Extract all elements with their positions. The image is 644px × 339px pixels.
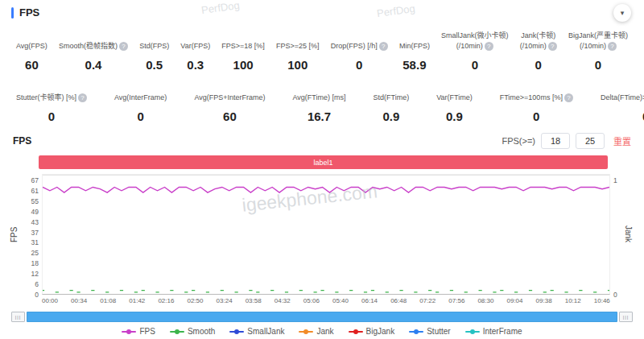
- y-tick-label: 6: [35, 281, 39, 287]
- legend-item-jank[interactable]: Jank: [299, 328, 333, 336]
- legend-item-smooth[interactable]: Smooth: [170, 328, 215, 336]
- y-tick-label: 12: [31, 271, 39, 277]
- help-icon[interactable]: ?: [379, 42, 388, 51]
- y-tick-label: 37: [31, 229, 39, 236]
- stat-column: FPS>=25 [%]100: [276, 28, 320, 72]
- stat-label: Avg(InterFrame): [114, 93, 167, 103]
- stat-value: 0.9: [382, 110, 399, 123]
- legend-item-fps[interactable]: FPS: [122, 328, 155, 336]
- stat-value: 60: [25, 59, 39, 72]
- stat-label: Std(FPS): [139, 41, 169, 52]
- legend-marker: [465, 331, 480, 333]
- stat-column: Delta(FTime)>100ms [/h]?0: [601, 80, 644, 123]
- stats-row-2: Stutter(卡顿率) [%]?0Avg(InterFrame)0Avg(FP…: [0, 80, 644, 123]
- x-axis-ticks: 00:0000:3401:0801:4202:1602:5003:2403:58…: [42, 295, 610, 308]
- x-tick-label: 01:42: [129, 297, 145, 308]
- legend-dot: [175, 329, 180, 334]
- legend-dot: [234, 329, 239, 334]
- y-tick-label: 67: [31, 177, 39, 184]
- stat-label-text: Jank(卡顿): [520, 31, 557, 41]
- banner-label: label1: [313, 159, 332, 167]
- panel-title: FPS: [19, 6, 39, 19]
- stat-label-text: Avg(FPS+InterFrame): [194, 93, 265, 103]
- stat-label-text: Avg(FPS): [16, 41, 47, 52]
- title-accent-bar: [11, 7, 14, 19]
- scrollbar-right-handle[interactable]: |||: [619, 312, 633, 322]
- chart-plot-area[interactable]: igeekphone.com: [42, 174, 610, 295]
- stat-column: Avg(FTime) [ms]16.7: [293, 80, 346, 123]
- fps-threshold-filter: FPS(>=) 重置: [502, 133, 631, 149]
- stat-label-text: FTime>=100ms [%]?: [500, 93, 573, 103]
- chart-legend: FPSSmoothSmallJankJankBigJankStutterInte…: [0, 328, 644, 336]
- legend-item-bigjank[interactable]: BigJank: [349, 328, 395, 336]
- y-tick-label: 55: [31, 198, 39, 205]
- stat-value: 0: [356, 59, 362, 72]
- x-tick-label: 07:22: [419, 297, 436, 308]
- help-icon[interactable]: ?: [548, 42, 557, 51]
- y-tick-label: 25: [31, 250, 39, 256]
- y-tick-label: 31: [31, 239, 39, 246]
- x-tick-label: 09:04: [507, 297, 523, 308]
- x-tick-label: 02:16: [158, 297, 174, 308]
- legend-item-interframe[interactable]: InterFrame: [465, 328, 522, 336]
- x-tick-label: 04:32: [275, 297, 291, 308]
- stat-column: Avg(FPS)60: [16, 28, 47, 72]
- stat-label-text: Var(FPS): [180, 41, 210, 52]
- stat-label-text: Delta(FTime)>100ms [/h]?: [601, 93, 644, 103]
- legend-marker: [299, 331, 313, 333]
- y-axis-ticks-left: 6761554943373125181260: [19, 174, 42, 295]
- help-icon[interactable]: ?: [608, 42, 617, 51]
- x-tick-label: 00:00: [42, 297, 58, 308]
- help-icon[interactable]: ?: [485, 42, 493, 51]
- stat-column: BigJank(严重卡顿)(/10min)?0: [568, 28, 628, 72]
- stat-column: Drop(FPS) [/h]?0: [331, 28, 388, 72]
- legend-dot: [414, 329, 419, 334]
- stat-label-text: Var(FTime): [436, 93, 473, 103]
- fps-threshold-label: FPS(>=): [502, 136, 535, 146]
- stats-row-1: Avg(FPS)60Smooth(稳帧指数)?0.4Std(FPS)0.5Var…: [0, 28, 644, 72]
- y-tick-label: 0: [613, 291, 617, 298]
- stat-label: Var(FTime): [436, 93, 473, 103]
- stat-value: 16.7: [308, 110, 331, 123]
- legend-marker: [349, 331, 363, 333]
- stat-label: Avg(FPS+InterFrame): [194, 93, 265, 103]
- reset-button[interactable]: 重置: [613, 134, 631, 147]
- chart-section-header: FPS FPS(>=) 重置: [0, 123, 644, 154]
- stat-label-text: FPS>=25 [%]: [276, 41, 320, 52]
- stat-label: Smooth(稳帧指数)?: [59, 41, 128, 52]
- fps-threshold-input-2[interactable]: [576, 133, 605, 149]
- fps-threshold-input-1[interactable]: [541, 133, 570, 149]
- stat-column: Smooth(稳帧指数)?0.4: [59, 28, 128, 72]
- stat-label: SmallJank(微小卡顿)(/10min)?: [441, 31, 509, 52]
- scrollbar-track[interactable]: [27, 312, 617, 322]
- stat-label-text: SmallJank(微小卡顿): [441, 31, 509, 41]
- scrollbar-left-handle[interactable]: |||: [11, 312, 25, 322]
- help-icon[interactable]: ?: [78, 93, 87, 102]
- stat-column: Var(FTime)0.9: [436, 80, 473, 123]
- x-tick-label: 06:48: [390, 297, 407, 308]
- stat-value: 0: [533, 110, 539, 123]
- y-tick-label: 0: [35, 291, 39, 298]
- stat-label-text: Std(FTime): [374, 93, 410, 103]
- collapse-button[interactable]: ▾: [613, 4, 631, 22]
- x-tick-label: 01:08: [100, 297, 116, 308]
- x-tick-label: 10:46: [594, 297, 610, 308]
- legend-label: BigJank: [366, 328, 395, 336]
- stat-value: 60: [223, 110, 237, 123]
- help-icon[interactable]: ?: [564, 93, 573, 102]
- stat-label-text: (/10min)?: [568, 41, 628, 52]
- chart-range-scrollbar: ||| |||: [11, 312, 633, 322]
- help-icon[interactable]: ?: [119, 42, 128, 51]
- legend-item-smalljank[interactable]: SmallJank: [229, 328, 284, 336]
- legend-label: FPS: [139, 328, 155, 336]
- stat-label-text: Min(FPS): [399, 41, 430, 52]
- y-axis-ticks-right: 10: [610, 174, 623, 295]
- stat-label-text: BigJank(严重卡顿): [568, 31, 628, 41]
- stat-label-text: Avg(InterFrame): [114, 93, 167, 103]
- stat-column: Min(FPS)58.9: [399, 28, 430, 72]
- legend-item-stutter[interactable]: Stutter: [409, 328, 450, 336]
- stat-value: 100: [233, 59, 254, 72]
- stat-label: BigJank(严重卡顿)(/10min)?: [568, 31, 628, 52]
- chart-section-title: FPS: [13, 135, 31, 147]
- stat-label: FTime>=100ms [%]?: [500, 93, 573, 103]
